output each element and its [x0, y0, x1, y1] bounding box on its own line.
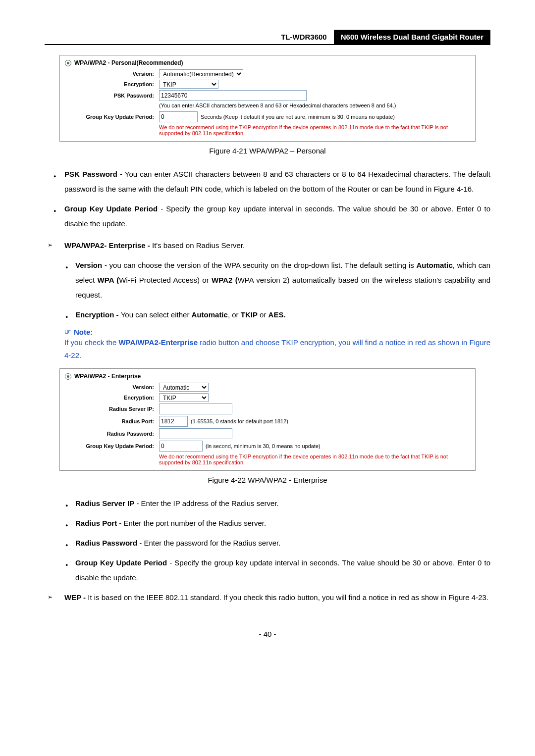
note-heading: Note:: [74, 328, 93, 336]
bullet-enterprise-version: Version - you can choose the version of …: [45, 258, 490, 302]
header-model: TL-WDR3600: [274, 30, 334, 44]
select-encryption[interactable]: TKIP: [159, 80, 218, 89]
figure-caption-22: Figure 4-22 WPA/WPA2 - Enterprise: [45, 476, 490, 484]
bullet-psk-password: PSK Password - You can enter ASCII chara…: [45, 167, 490, 197]
radio-selected-icon: [65, 373, 71, 380]
label-version: Version:: [65, 71, 159, 77]
note-block: ☞ Note: If you check the WPA/WPA2-Enterp…: [64, 327, 490, 361]
tkip-warning-enterprise: We do not recommend using the TKIP encry…: [159, 454, 470, 465]
label-gkup-e: Group Key Update Period:: [65, 443, 159, 449]
psk-hint: (You can enter ASCII characters between …: [159, 102, 470, 108]
input-psk-password[interactable]: [159, 90, 307, 101]
label-radius-ip: Radius Server IP:: [65, 406, 159, 412]
bullet-enterprise-encryption: Encryption - You can select either Autom…: [45, 307, 490, 322]
bullet-radius-port: Radius Port - Enter the port number of t…: [45, 516, 490, 531]
bullet-radius-password: Radius Password - Enter the password for…: [45, 536, 490, 551]
label-encryption-e: Encryption:: [65, 395, 159, 401]
label-radius-password: Radius Password:: [65, 431, 159, 437]
figure-wpa-enterprise: WPA/WPA2 - Enterprise Version: Automatic…: [59, 368, 476, 471]
heading-wpa-enterprise: WPA/WPA2- Enterprise - It's based on Rad…: [45, 238, 490, 253]
select-encryption-e[interactable]: TKIP: [159, 393, 209, 402]
radio-selected-icon: [65, 60, 71, 66]
input-gkup[interactable]: [159, 111, 198, 122]
input-radius-port[interactable]: [159, 416, 188, 427]
gkup-hint: Seconds (Keep it default if you are not …: [201, 114, 395, 120]
tkip-warning-personal: We do not recommend using the TKIP encry…: [159, 124, 470, 136]
header-title: N600 Wireless Dual Band Gigabit Router: [334, 30, 490, 44]
label-gkup: Group Key Update Period:: [65, 114, 159, 120]
label-radius-port: Radius Port:: [65, 418, 159, 424]
input-gkup-e[interactable]: [159, 441, 203, 452]
page-header: TL-WDR3600 N600 Wireless Dual Band Gigab…: [45, 30, 490, 45]
wpa-enterprise-radio[interactable]: WPA/WPA2 - Enterprise: [65, 373, 470, 380]
bullet-gkup: Group Key Update Period - Specify the gr…: [45, 202, 490, 231]
label-psk-password: PSK Password:: [65, 93, 159, 99]
select-version-e[interactable]: Automatic: [159, 383, 209, 392]
input-radius-ip[interactable]: [159, 403, 232, 414]
figure-caption-21: Figure 4-21 WPA/WPA2 – Personal: [45, 147, 490, 155]
wpa-personal-title: WPA/WPA2 - Personal(Recommended): [74, 59, 183, 66]
pointing-hand-icon: ☞: [64, 327, 71, 336]
select-version[interactable]: Automatic(Recommended): [159, 69, 243, 78]
figure-wpa-personal: WPA/WPA2 - Personal(Recommended) Version…: [59, 55, 476, 142]
radius-port-hint: (1-65535, 0 stands for default port 1812…: [191, 418, 288, 424]
page-number: - 40 -: [45, 630, 490, 638]
input-radius-password[interactable]: [159, 428, 232, 439]
note-body: If you check the WPA/WPA2-Enterprise rad…: [64, 336, 490, 361]
heading-wep: WEP - It is based on the IEEE 802.11 sta…: [45, 590, 490, 605]
wpa-enterprise-title: WPA/WPA2 - Enterprise: [74, 373, 141, 380]
label-encryption: Encryption:: [65, 81, 159, 87]
bullet-gkup-e: Group Key Update Period - Specify the gr…: [45, 555, 490, 585]
wpa-personal-radio[interactable]: WPA/WPA2 - Personal(Recommended): [65, 59, 470, 66]
bullet-radius-ip: Radius Server IP - Enter the IP address …: [45, 496, 490, 511]
gkup-hint-e: (in second, minimum is 30, 0 means no up…: [206, 443, 321, 449]
label-version-e: Version:: [65, 384, 159, 390]
